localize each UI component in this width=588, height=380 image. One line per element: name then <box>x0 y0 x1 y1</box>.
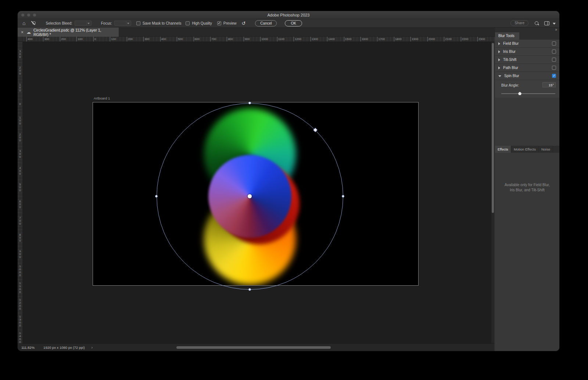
save-mask-checkbox[interactable] <box>136 21 140 25</box>
remove-all-pins-icon[interactable] <box>32 21 36 25</box>
ruler-h-label: 1500 <box>345 37 352 41</box>
blur-tool-path-blur[interactable]: Path Blur <box>495 64 559 72</box>
chevron-right-icon[interactable] <box>498 50 500 53</box>
ruler-vertical: 3002001000100200300400500600700800900100… <box>18 42 23 343</box>
document-tab[interactable]: × ☁ CirclesGradient.psdc @ 112% (Layer 1… <box>18 28 119 37</box>
blur-angle-slider[interactable] <box>501 93 555 94</box>
high-quality-checkbox[interactable] <box>186 21 190 25</box>
minimize-window-icon[interactable] <box>27 14 30 17</box>
blur-tool-checkbox[interactable] <box>552 58 556 62</box>
ruler-v-label: 200 <box>18 66 22 75</box>
tab-effects[interactable]: Effects <box>495 146 511 153</box>
blur-angle-label: Blur Angle: <box>501 83 519 87</box>
artboard-label[interactable]: Artboard 1 <box>94 96 110 100</box>
blur-tool-tilt-shift[interactable]: Tilt-Shift <box>495 56 559 64</box>
ruler-h-label: 900 <box>245 37 250 41</box>
workspace-layout-icon[interactable] <box>544 21 549 25</box>
vertical-scrollbar-thumb[interactable] <box>492 43 494 213</box>
home-icon[interactable]: ⌂ <box>22 20 25 26</box>
ruler-h-label: 200 <box>61 37 66 41</box>
ruler-v-label: 1300 <box>18 315 22 327</box>
blur-tools-panel-header: » Blur Tools <box>495 28 559 40</box>
preview-checkbox[interactable] <box>217 21 221 25</box>
ruler-h-label: 700 <box>211 37 216 41</box>
chevron-down-icon[interactable] <box>553 23 556 25</box>
ruler-h-label: 800 <box>228 37 233 41</box>
status-chevron-icon[interactable]: › <box>92 345 93 350</box>
effects-unavailable-message: Available only for Field Blur, Iris Blur… <box>502 182 553 351</box>
ruler-v-label: 600 <box>18 200 22 209</box>
horizontal-scrollbar-thumb[interactable] <box>176 346 331 349</box>
titlebar: Adobe Photoshop 2023 <box>18 11 559 19</box>
chevron-down-icon[interactable] <box>498 75 501 77</box>
close-tab-icon[interactable]: × <box>21 30 24 35</box>
zoom-level[interactable]: 111.82% <box>21 345 35 350</box>
high-quality-label: High Quality <box>192 21 212 25</box>
canvas-area[interactable]: Artboard 1 <box>23 42 491 343</box>
ruler-v-label: 100 <box>18 116 22 125</box>
ruler-h-label: 1800 <box>395 37 402 41</box>
right-panel: » Blur Tools Field BlurIris BlurTilt-Shi… <box>495 28 559 351</box>
tab-noise[interactable]: Noise <box>539 146 553 153</box>
document-info: 1920 px x 1080 px (72 ppi) <box>43 345 85 350</box>
focus-label: Focus: <box>101 21 112 25</box>
blur-angle-slider-thumb[interactable] <box>518 92 521 95</box>
ruler-h-label: 2000 <box>429 37 435 41</box>
blur-tool-checkbox[interactable] <box>552 74 556 78</box>
search-icon[interactable] <box>534 21 539 26</box>
blur-angle-value[interactable]: 15° <box>542 82 556 87</box>
selection-bleed-dropdown[interactable] <box>75 21 92 26</box>
ruler-h-label: 300 <box>44 37 49 41</box>
chevron-right-icon[interactable] <box>498 58 500 61</box>
ruler-h-label: 400 <box>28 37 32 41</box>
options-bar: ⌂ Selection Bleed: Focus: Save Mask to C… <box>18 19 559 28</box>
blur-tool-iris-blur[interactable]: Iris Blur <box>495 48 559 56</box>
share-button[interactable]: Share <box>510 20 528 26</box>
blur-tool-checkbox[interactable] <box>552 66 556 70</box>
ruler-h-label: 600 <box>195 37 200 41</box>
preview-label: Preview <box>223 21 237 25</box>
ruler-h-label: 1700 <box>378 37 385 41</box>
cloud-document-icon: ☁ <box>26 30 31 35</box>
cancel-button[interactable]: Cancel <box>255 20 277 26</box>
ruler-h-label: 100 <box>78 37 82 41</box>
ruler-h-label: 1400 <box>328 37 335 41</box>
blur-tool-spin-blur[interactable]: Spin Blur <box>495 72 559 80</box>
focus-dropdown[interactable] <box>114 21 131 26</box>
reset-icon[interactable]: ↺ <box>241 21 245 26</box>
blur-center-pin[interactable] <box>248 194 252 198</box>
zoom-window-icon[interactable] <box>33 14 36 17</box>
ruler-h-label: 1200 <box>295 37 301 41</box>
ruler-h-label: 2100 <box>445 37 452 41</box>
ruler-h-label: 200 <box>128 37 133 41</box>
ruler-v-label: 300 <box>18 149 22 158</box>
blur-tool-checkbox[interactable] <box>552 50 556 54</box>
vertical-scrollbar[interactable] <box>491 42 494 343</box>
ruler-corner <box>18 37 23 42</box>
blur-tool-label: Spin Blur <box>504 74 552 78</box>
ruler-horizontal: 4003002001000100200300400500600700800900… <box>23 37 494 42</box>
ok-button[interactable]: OK <box>285 20 302 26</box>
close-window-icon[interactable] <box>21 14 24 17</box>
blur-handle-bottom[interactable] <box>248 288 251 291</box>
blur-tool-checkbox[interactable] <box>552 41 556 46</box>
chevron-right-icon[interactable] <box>498 66 500 69</box>
ruler-h-label: 1600 <box>362 37 368 41</box>
ruler-v-label: 500 <box>18 183 22 192</box>
ruler-v-label: 900 <box>18 250 22 258</box>
blur-handle-top[interactable] <box>248 102 251 104</box>
blur-tool-label: Iris Blur <box>503 50 552 54</box>
ruler-v-label: 200 <box>18 133 22 142</box>
blur-handle-right[interactable] <box>342 195 344 198</box>
blur-handle-left[interactable] <box>155 195 158 198</box>
ruler-h-label: 1300 <box>312 37 318 41</box>
ruler-v-label: 700 <box>18 216 22 225</box>
blur-tools-tab[interactable]: Blur Tools <box>495 32 519 40</box>
panel-menu-icon[interactable]: » <box>555 28 557 32</box>
chevron-right-icon[interactable] <box>498 42 500 45</box>
document-tab-title: CirclesGradient.psdc @ 112% (Layer 1, RG… <box>33 28 115 37</box>
blur-tool-field-blur[interactable]: Field Blur <box>495 40 559 48</box>
ruler-h-label: 500 <box>178 37 183 41</box>
blur-tool-label: Tilt-Shift <box>503 58 552 62</box>
tab-motion-effects[interactable]: Motion Effects <box>511 146 539 153</box>
